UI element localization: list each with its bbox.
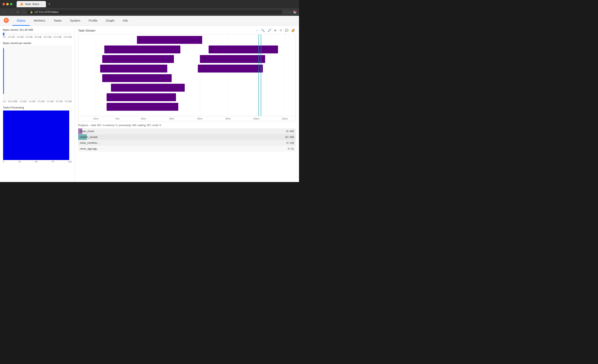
progress-row-mean-agg: mean_agg-agg... 0 / 21 (78, 146, 296, 152)
tab-favicon: 🔥 (20, 2, 24, 6)
bytes-stored-section: Bytes stored: 551.66 MiB 0.0 2.0 GiB 4.0… (3, 28, 72, 38)
tab-close-button[interactable]: ✕ (41, 3, 43, 5)
gantt-bar-5 (102, 74, 172, 82)
cyan-line-1 (258, 34, 259, 116)
axis-label-100: 100ms (253, 118, 259, 120)
traffic-lights (2, 3, 12, 5)
arrow-tool[interactable]: ↔ (255, 28, 259, 33)
worker-bar-1 (3, 48, 4, 94)
progress-label-random-sample: random_sample (78, 136, 285, 139)
bytes-stored-title: Bytes stored: 551.66 MiB (3, 28, 72, 31)
axis-label-120: 120ms (282, 118, 288, 120)
progress-title: Progress -- total: 967, in-memory: 0, pr… (78, 124, 296, 127)
right-panel: Task Stream ↔ 🔍 🔎 ⊕ ↺ 💬 🌈 (75, 26, 299, 182)
url-text: 127.0.0.1:8787/status (34, 11, 58, 14)
progress-label-mean-combine: mean_combine... (78, 141, 286, 144)
axis-label-minus20: -20ms (93, 118, 99, 120)
nav-graph[interactable]: Graph (102, 16, 119, 26)
refresh-button[interactable]: ↻ (16, 10, 20, 14)
gantt-chart: -20ms 0ms 20ms 40ms 60ms 80ms 100ms 120m… (78, 34, 296, 121)
gantt-bar-2a (104, 46, 180, 53)
nav-tasks[interactable]: Tasks (50, 16, 66, 26)
maximize-button[interactable] (10, 3, 12, 5)
color-tool[interactable]: 🌈 (291, 28, 296, 33)
url-bar[interactable]: 🔒 127.0.0.1:8787/status (27, 10, 282, 14)
active-tab[interactable]: 🔥 Dask: Status ✕ (17, 1, 46, 7)
progress-value-random-sample: 16 / 400 (285, 136, 296, 139)
new-tab-button[interactable]: + (47, 1, 52, 7)
tasks-processing-canvas (3, 110, 69, 160)
progress-row-mean-combine: mean_combine... 0 / 126 (78, 140, 296, 146)
progress-value-mean-chunk: 8 / 420 (286, 130, 296, 133)
gantt-bar-2b (209, 46, 278, 53)
bytes-per-worker-title: Bytes stored per worker (3, 41, 72, 45)
extensions-button[interactable]: ⋯ (284, 10, 287, 14)
svg-text:D: D (5, 19, 7, 22)
nav-system[interactable]: System (66, 16, 84, 26)
gantt-bar-3b (200, 55, 265, 63)
zoom-out-tool[interactable]: 🔎 (267, 28, 272, 33)
nav-workers[interactable]: Workers (30, 16, 50, 26)
progress-value-mean-combine: 0 / 126 (286, 141, 296, 144)
gantt-bar-7 (107, 93, 176, 101)
library-icon[interactable]: 📚 (293, 10, 297, 14)
nav-profile[interactable]: Profile (84, 16, 102, 26)
task-stream-tools: ↔ 🔍 🔎 ⊕ ↺ 💬 🌈 (255, 28, 296, 33)
browser-actions: ⋯ ☆ 📚 (284, 10, 297, 14)
address-bar: ← → ↻ ⌂ 🔒 127.0.0.1:8787/status ⋯ ☆ 📚 (0, 8, 299, 16)
bytes-per-worker-section: Bytes stored per worker 0.0 512.0 MiB 1.… (3, 41, 72, 103)
gantt-bar-4a (100, 65, 167, 73)
bookmark-icon[interactable]: ☆ (289, 10, 291, 14)
security-icon: 🔒 (30, 11, 33, 14)
magnifier-tool[interactable]: 🔍 (260, 28, 266, 33)
tasks-processing-title: Tasks Processing (3, 106, 72, 109)
nav-status[interactable]: Status (12, 16, 30, 26)
nav-info[interactable]: Info (119, 16, 132, 26)
progress-section: Progress -- total: 967, in-memory: 0, pr… (78, 124, 296, 152)
gantt-bar-3a (102, 55, 174, 63)
fit-tool[interactable]: ⊕ (273, 28, 277, 33)
cyan-line-2 (261, 34, 261, 116)
axis-label-40: 40ms (169, 118, 174, 120)
refresh-tool[interactable]: ↺ (279, 28, 283, 33)
worker-bars-chart (3, 46, 72, 100)
main-content: Bytes stored: 551.66 MiB 0.0 2.0 GiB 4.0… (0, 26, 299, 182)
gantt-x-axis: -20ms 0ms 20ms 40ms 60ms 80ms 100ms 120m… (78, 116, 295, 121)
forward-button[interactable]: → (9, 10, 14, 14)
back-button[interactable]: ← (2, 10, 7, 14)
gantt-bar-4b (198, 65, 263, 73)
gantt-bar-6 (111, 84, 185, 92)
task-stream-title: Task Stream (78, 29, 95, 32)
tab-bar: 🔥 Dask: Status ✕ + (17, 1, 52, 7)
close-button[interactable] (2, 3, 5, 5)
progress-row-mean-chunk: mean_chunk 8 / 420 (78, 128, 296, 134)
tasks-axis: 0 25 50 75 100 (3, 161, 72, 163)
gridline-8 (285, 34, 285, 116)
tasks-processing-section: Tasks Processing 0 25 50 75 100 (3, 106, 72, 163)
app-logo: D (3, 17, 9, 24)
app-nav: D Status Workers Tasks System Profile Gr… (0, 16, 299, 26)
browser-chrome: 🔥 Dask: Status ✕ + (0, 0, 299, 8)
progress-value-mean-agg: 0 / 21 (288, 147, 296, 150)
task-stream-header: Task Stream ↔ 🔍 🔎 ⊕ ↺ 💬 🌈 (78, 28, 296, 33)
gridline-1 (96, 34, 96, 116)
home-button[interactable]: ⌂ (22, 10, 25, 14)
tab-title: Dask: Status (25, 3, 39, 6)
gantt-bar-8 (107, 103, 178, 111)
bytes-stored-fill (3, 33, 4, 35)
axis-label-80: 80ms (226, 118, 231, 120)
bytes-per-worker-axis: 0.0 512.0 MiB 1.0 GiB 1.5 GiB 2.0 GiB 2.… (3, 100, 72, 103)
bytes-stored-axis: 0.0 2.0 GiB 4.0 GiB 6.0 GiB 8.0 GiB 10.0… (3, 36, 72, 38)
progress-label-mean-agg: mean_agg-agg... (78, 147, 288, 150)
axis-label-60: 60ms (197, 118, 202, 120)
minimize-button[interactable] (6, 3, 9, 5)
left-panel: Bytes stored: 551.66 MiB 0.0 2.0 GiB 4.0… (0, 26, 75, 182)
progress-row-random-sample: random_sample 16 / 400 (78, 134, 296, 140)
progress-label-mean-chunk: mean_chunk (78, 130, 286, 133)
bytes-stored-bar (3, 33, 72, 35)
settings-tool[interactable]: 💬 (284, 28, 289, 33)
axis-label-0: 0ms (116, 118, 119, 120)
axis-label-20: 20ms (141, 118, 146, 120)
gantt-bar-1 (137, 36, 202, 44)
